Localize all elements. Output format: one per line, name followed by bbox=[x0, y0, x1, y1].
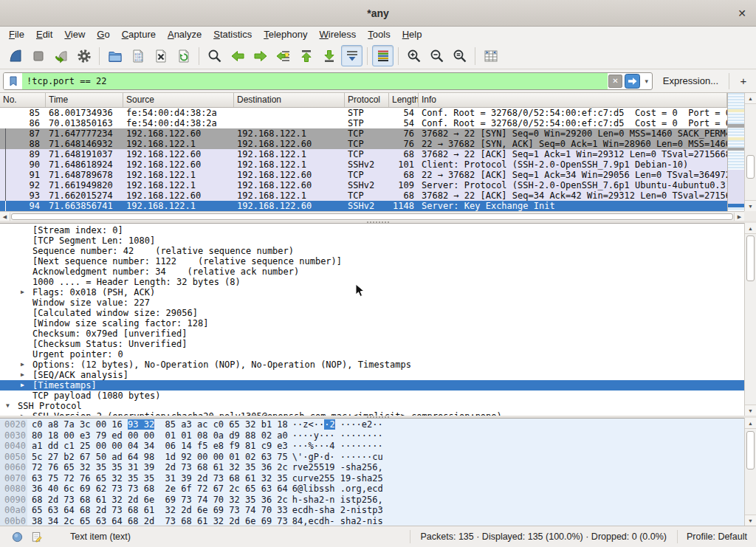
packet-row-93[interactable]: 9371.662015274192.168.122.60192.168.122.… bbox=[0, 190, 727, 201]
hex-ascii[interactable]: ecdh-sha 2-nistp3 bbox=[292, 505, 383, 516]
packet-row-92[interactable]: 9271.661949820192.168.122.1192.168.122.6… bbox=[0, 180, 727, 190]
column-header-info[interactable]: Info bbox=[419, 93, 727, 107]
hex-ascii[interactable]: h-sha2-n istp256, bbox=[292, 495, 383, 506]
menu-tools[interactable]: Tools bbox=[362, 27, 396, 40]
menu-go[interactable]: Go bbox=[91, 27, 115, 40]
scroll-up-button[interactable]: ▲ bbox=[745, 93, 756, 104]
window-close-button[interactable]: ✕ bbox=[738, 0, 746, 27]
packet-list-minimap[interactable] bbox=[727, 93, 744, 211]
find-packet-button[interactable] bbox=[204, 45, 225, 66]
filter-apply-button[interactable] bbox=[624, 74, 641, 89]
hex-row[interactable]: 008036 40 6c 69 62 73 73 68 2e 6f 72 67 … bbox=[0, 484, 744, 495]
hex-bytes[interactable]: 36 40 6c 69 62 73 73 68 2e 6f 72 67 2c 6… bbox=[32, 484, 288, 495]
column-header-length[interactable]: Length bbox=[389, 93, 419, 107]
hex-ascii[interactable]: 84,ecdh- sha2-nis bbox=[292, 516, 383, 526]
detail-line[interactable]: ▶Options: (12 bytes), No-Operation (NOP)… bbox=[0, 359, 744, 370]
go-back-button[interactable] bbox=[227, 45, 248, 66]
hex-bytes[interactable]: c0 a8 7a 3c 00 16 93 32 85 a3 ac c0 65 3… bbox=[32, 419, 288, 430]
detail-line[interactable]: Urgent pointer: 0 bbox=[0, 349, 744, 359]
hex-row[interactable]: 00505c 27 b2 67 50 ad 64 98 1d 92 00 00 … bbox=[0, 452, 744, 463]
scrollbar-thumb[interactable] bbox=[746, 235, 755, 281]
scroll-right-button[interactable]: ▶ bbox=[734, 213, 744, 221]
scroll-up-button[interactable]: ▲ bbox=[745, 223, 756, 234]
packet-row-90[interactable]: 9071.648618924192.168.122.60192.168.122.… bbox=[0, 159, 727, 170]
expander-closed-icon[interactable]: ▶ bbox=[21, 359, 32, 370]
hex-ascii[interactable]: rve25519 -sha256, bbox=[292, 462, 383, 473]
menu-view[interactable]: View bbox=[58, 27, 91, 40]
detail-line[interactable]: TCP payload (1080 bytes) bbox=[0, 391, 744, 401]
detail-line[interactable]: Acknowledgment number: 34 (relative ack … bbox=[0, 266, 744, 277]
packet-row-87[interactable]: 8771.647777234192.168.122.60192.168.122.… bbox=[0, 128, 727, 139]
reload-file-button[interactable] bbox=[173, 45, 194, 66]
expert-info-button[interactable] bbox=[12, 531, 23, 543]
scroll-left-button[interactable]: ◀ bbox=[0, 213, 10, 221]
hex-row[interactable]: 00a065 63 64 68 2d 73 68 61 32 2d 6e 69 … bbox=[0, 505, 744, 516]
detail-line[interactable]: ▶[SEQ/ACK analysis] bbox=[0, 370, 744, 380]
menu-edit[interactable]: Edit bbox=[30, 27, 58, 40]
scroll-down-button[interactable]: ▼ bbox=[745, 200, 756, 211]
hex-row[interactable]: 00b038 34 2c 65 63 64 68 2d 73 68 61 32 … bbox=[0, 516, 744, 526]
column-header-destination[interactable]: Destination bbox=[234, 93, 345, 107]
menu-file[interactable]: File bbox=[3, 27, 30, 40]
restart-capture-button[interactable] bbox=[50, 45, 72, 66]
detail-line[interactable]: Checksum: 0x79ed [unverified] bbox=[0, 328, 744, 339]
packet-row-85[interactable]: 8568.001734936fe:54:00:d4:38:2aSTP54Conf… bbox=[0, 108, 727, 118]
hex-bytes[interactable]: 5c 27 b2 67 50 ad 64 98 1d 92 00 00 01 0… bbox=[32, 452, 288, 463]
menu-wireless[interactable]: Wireless bbox=[314, 27, 362, 40]
resize-columns-button[interactable] bbox=[480, 45, 501, 66]
auto-scroll-button[interactable] bbox=[341, 45, 362, 66]
menu-help[interactable]: Help bbox=[396, 27, 428, 40]
detail-line[interactable]: [TCP Segment Len: 1080] bbox=[0, 235, 744, 246]
scroll-down-button[interactable]: ▼ bbox=[745, 515, 756, 526]
stop-capture-button[interactable] bbox=[27, 45, 49, 66]
column-header-no[interactable]: No. bbox=[0, 93, 46, 107]
scroll-up-button[interactable]: ▲ bbox=[745, 418, 756, 429]
hex-row[interactable]: 0040a1 dd c1 25 00 00 04 34 06 14 f5 e8 … bbox=[0, 441, 744, 452]
detail-line[interactable]: [Next sequence number: 1122 (relative se… bbox=[0, 256, 744, 266]
hex-vscrollbar[interactable]: ▲ ▼ bbox=[744, 418, 756, 526]
packet-list-hscrollbar[interactable]: ◀ ▶ bbox=[0, 211, 744, 221]
hex-ascii[interactable]: ···%···4 ········ bbox=[292, 441, 383, 452]
packet-row-94[interactable]: 9471.663856741192.168.122.1192.168.122.6… bbox=[0, 201, 727, 211]
hex-row[interactable]: 003080 18 00 e3 79 ed 00 00 01 01 08 0a … bbox=[0, 430, 744, 441]
column-header-protocol[interactable]: Protocol bbox=[345, 93, 389, 107]
detail-line[interactable]: ▶[Timestamps] bbox=[0, 380, 744, 391]
menu-statistics[interactable]: Statistics bbox=[207, 27, 258, 40]
hex-row[interactable]: 006072 76 65 32 35 35 31 39 2d 73 68 61 … bbox=[0, 462, 744, 473]
hex-bytes[interactable]: 38 34 2c 65 63 64 68 2d 73 68 61 32 2d 6… bbox=[32, 516, 288, 526]
add-filter-button[interactable]: + bbox=[737, 75, 750, 87]
close-file-button[interactable] bbox=[150, 45, 171, 66]
scrollbar-thumb[interactable] bbox=[11, 213, 733, 220]
expander-closed-icon[interactable]: ▶ bbox=[21, 380, 32, 391]
hex-row[interactable]: 007063 75 72 76 65 32 35 35 31 39 2d 73 … bbox=[0, 473, 744, 484]
detail-line[interactable]: [Stream index: 0] bbox=[0, 225, 744, 235]
zoom-out-button[interactable] bbox=[426, 45, 447, 66]
detail-line[interactable]: 1000 .... = Header Length: 32 bytes (8) bbox=[0, 277, 744, 287]
expander-closed-icon[interactable]: ▶ bbox=[21, 370, 32, 380]
detail-line[interactable]: Sequence number: 42 (relative sequence n… bbox=[0, 246, 744, 256]
capture-options-button[interactable] bbox=[73, 45, 94, 66]
hex-ascii[interactable]: 6@libssh .org,ecd bbox=[292, 484, 383, 495]
hex-bytes[interactable]: 68 2d 73 68 61 32 2d 6e 69 73 74 70 32 3… bbox=[32, 495, 288, 506]
expression-button[interactable]: Expression... bbox=[663, 75, 718, 86]
go-to-bottom-button[interactable] bbox=[318, 45, 340, 66]
hex-row[interactable]: 0020c0 a8 7a 3c 00 16 93 32 85 a3 ac c0 … bbox=[0, 419, 744, 430]
display-filter-input[interactable]: !tcp.port == 22 ✕ ▾ bbox=[3, 72, 653, 90]
start-capture-button[interactable] bbox=[4, 45, 26, 66]
zoom-original-button[interactable] bbox=[449, 45, 470, 66]
detail-line[interactable]: [Checksum Status: Unverified] bbox=[0, 339, 744, 349]
hex-ascii[interactable]: curve255 19-sha25 bbox=[292, 473, 383, 484]
expander-closed-icon[interactable]: ▶ bbox=[21, 287, 32, 297]
go-to-packet-button[interactable] bbox=[272, 45, 294, 66]
detail-line[interactable]: [Window size scaling factor: 128] bbox=[0, 318, 744, 328]
profile-label[interactable]: Profile: Default bbox=[687, 531, 747, 542]
hex-bytes[interactable]: 80 18 00 e3 79 ed 00 00 01 01 08 0a d9 8… bbox=[32, 430, 288, 441]
packet-row-91[interactable]: 9171.648789678192.168.122.1192.168.122.6… bbox=[0, 170, 727, 180]
open-file-button[interactable] bbox=[104, 45, 126, 66]
hex-ascii[interactable]: \'·gP·d· ······cu bbox=[292, 452, 383, 463]
menu-telephony[interactable]: Telephony bbox=[258, 27, 313, 40]
save-file-button[interactable]: 010111010110 bbox=[127, 45, 148, 66]
hex-bytes[interactable]: 72 76 65 32 35 35 31 39 2d 73 68 61 32 3… bbox=[32, 462, 288, 473]
column-header-source[interactable]: Source bbox=[123, 93, 234, 107]
colorize-button[interactable] bbox=[372, 45, 394, 66]
